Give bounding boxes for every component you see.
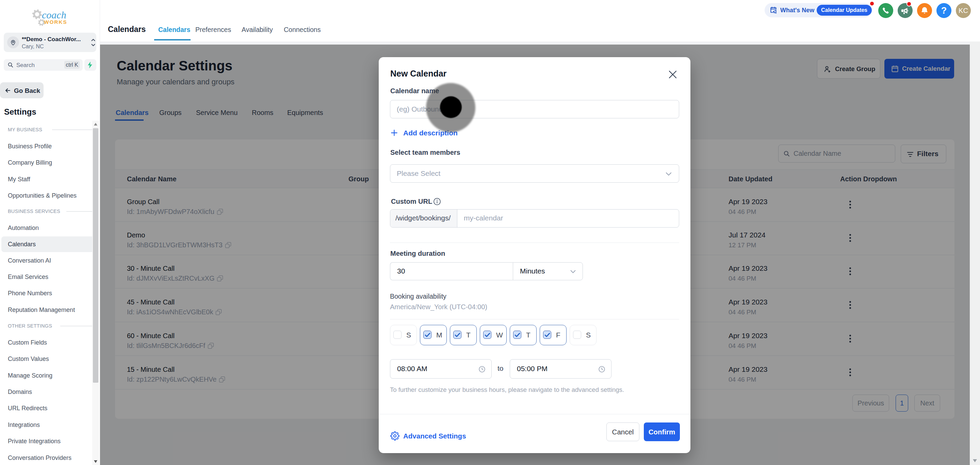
svg-text:WORKS: WORKS bbox=[44, 19, 67, 25]
